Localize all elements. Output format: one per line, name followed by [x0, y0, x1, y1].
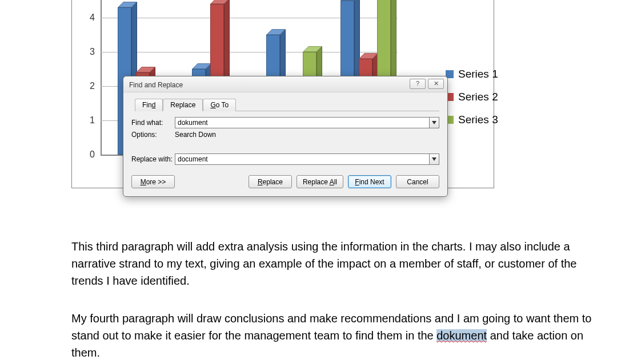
find-what-label: Find what: — [131, 119, 175, 127]
y-tick-label: 4 — [90, 13, 95, 23]
replace-with-combo — [175, 153, 439, 165]
tab-replace[interactable]: Replace — [163, 99, 203, 111]
body-paragraph[interactable]: This third paragraph will add extra anal… — [71, 238, 592, 289]
help-button[interactable]: ? — [410, 79, 426, 89]
replace-all-button[interactable]: Replace All — [297, 175, 343, 188]
y-tick-label: 2 — [90, 81, 95, 91]
chart-legend: Series 1 Series 2 Series 3 — [446, 63, 498, 131]
legend-label: Series 2 — [458, 91, 498, 103]
y-axis: 0 1 2 3 4 5 — [83, 0, 101, 166]
tab-goto[interactable]: Go To — [203, 99, 236, 111]
y-tick-label: 1 — [90, 115, 95, 126]
find-what-dropdown[interactable] — [429, 117, 439, 128]
dialog-title: Find and Replace — [129, 81, 183, 89]
y-tick-label: 0 — [90, 149, 95, 160]
find-next-button[interactable]: Find Next — [348, 175, 391, 188]
options-label: Options: — [131, 131, 175, 139]
tab-label: Replace — [170, 101, 195, 109]
cancel-button[interactable]: Cancel — [396, 175, 439, 188]
tab-label: Fin — [142, 101, 152, 109]
find-replace-dialog: Find and Replace ? ✕ Find Replace Go To … — [123, 76, 448, 197]
replace-with-label: Replace with: — [131, 155, 175, 163]
tab-label: o To — [216, 101, 229, 109]
dialog-button-row: More >> Replace Replace All Find Next Ca… — [131, 175, 439, 188]
tab-find[interactable]: Find — [135, 99, 163, 111]
dialog-body: Find Replace Go To Find what: Options: S… — [123, 92, 447, 196]
replace-with-input[interactable] — [175, 153, 429, 165]
legend-item: Series 3 — [446, 108, 498, 131]
chevron-down-icon — [432, 121, 436, 124]
legend-label: Series 1 — [458, 68, 498, 80]
chevron-down-icon — [432, 157, 436, 161]
tab-label-accel: d — [152, 101, 156, 109]
highlighted-misspelling[interactable]: dokument — [436, 329, 487, 342]
more-button[interactable]: More >> — [131, 175, 175, 188]
replace-with-dropdown[interactable] — [429, 153, 439, 165]
options-value: Search Down — [175, 131, 216, 139]
dialog-titlebar[interactable]: Find and Replace ? ✕ — [123, 76, 447, 92]
find-what-input[interactable] — [175, 117, 429, 128]
y-tick-label: 3 — [90, 47, 95, 57]
legend-item: Series 2 — [446, 86, 498, 108]
replace-button[interactable]: Replace — [249, 175, 292, 188]
tab-label-accel: G — [210, 101, 215, 109]
legend-item: Series 1 — [446, 63, 498, 86]
dialog-tabs: Find Replace Go To — [135, 98, 439, 111]
close-button[interactable]: ✕ — [428, 79, 444, 89]
legend-label: Series 3 — [458, 114, 498, 126]
find-what-combo — [175, 117, 439, 128]
body-paragraph[interactable]: My fourth paragraph will draw conclusion… — [71, 310, 592, 361]
